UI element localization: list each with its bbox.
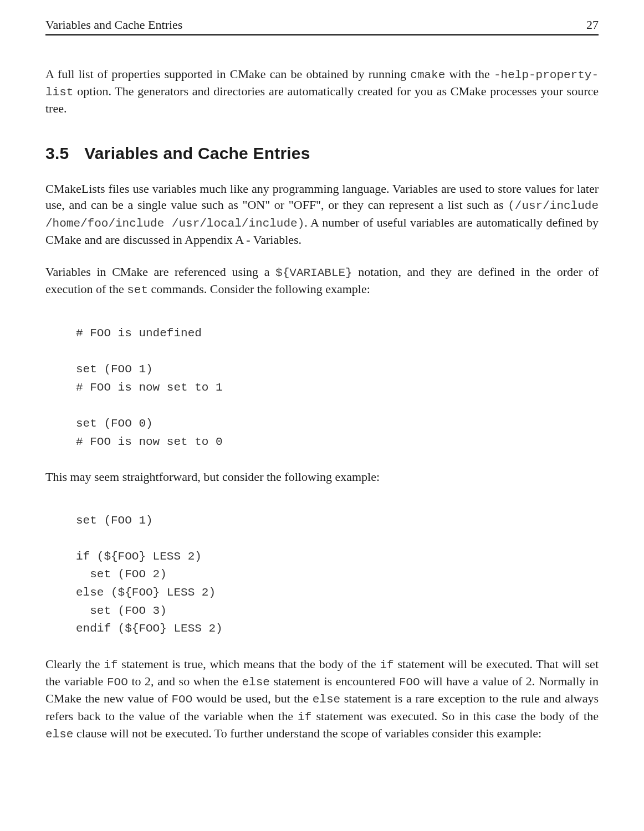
text: A full list of properties supported in C… bbox=[45, 67, 410, 81]
code-inline-foo: FOO bbox=[107, 676, 128, 689]
code-inline-else: else bbox=[45, 728, 73, 741]
text: to 2, and so when the bbox=[128, 674, 242, 688]
code-inline-foo: FOO bbox=[399, 676, 420, 689]
code-block-1: # FOO is undefined set (FOO 1) # FOO is … bbox=[76, 325, 599, 451]
text: clause will not be executed. To further … bbox=[73, 726, 541, 740]
code-inline-if: if bbox=[104, 659, 117, 671]
paragraph-1: CMakeLists files use variables much like… bbox=[45, 181, 599, 248]
text: with the bbox=[445, 67, 494, 81]
section-number: 3.5 bbox=[45, 142, 69, 165]
text: Clearly the bbox=[45, 657, 104, 671]
paragraph-2: Variables in CMake are referenced using … bbox=[45, 264, 599, 299]
section-title: Variables and Cache Entries bbox=[84, 144, 310, 162]
text: Variables in CMake are referenced using … bbox=[45, 265, 275, 279]
spacer bbox=[45, 501, 599, 509]
text: This may seem straightforward, but consi… bbox=[45, 470, 380, 484]
page: Variables and Cache Entries 27 A full li… bbox=[0, 0, 644, 831]
text: option. The generators and directories a… bbox=[45, 84, 599, 115]
code-block-2: set (FOO 1) if (${FOO} LESS 2) set (FOO … bbox=[76, 512, 599, 638]
text: statement is true, which means that the … bbox=[118, 657, 380, 671]
code-inline-else: else bbox=[242, 676, 270, 689]
code-inline-foo: FOO bbox=[171, 693, 192, 706]
code-inline-if: if bbox=[380, 659, 393, 671]
spacer bbox=[45, 314, 599, 321]
text: statement is encountered bbox=[270, 674, 399, 688]
spacer bbox=[45, 454, 599, 469]
page-number: 27 bbox=[586, 17, 599, 34]
running-header-title: Variables and Cache Entries bbox=[45, 17, 182, 34]
code-inline-if: if bbox=[298, 711, 311, 724]
code-inline-else: else bbox=[313, 693, 340, 706]
section-heading: 3.5Variables and Cache Entries bbox=[45, 142, 599, 165]
paragraph-4: Clearly the if statement is true, which … bbox=[45, 656, 599, 743]
code-inline-set: set bbox=[127, 284, 148, 296]
running-header: Variables and Cache Entries 27 bbox=[45, 17, 599, 35]
text: commands. Consider the following example… bbox=[148, 282, 370, 296]
spacer bbox=[45, 642, 599, 656]
intro-paragraph: A full list of properties supported in C… bbox=[45, 66, 599, 117]
code-inline-cmake: cmake bbox=[410, 69, 445, 81]
paragraph-3: This may seem straightforward, but consi… bbox=[45, 469, 599, 485]
text: would be used, but the bbox=[192, 691, 312, 705]
code-inline-variable-ref: ${VARIABLE} bbox=[275, 266, 352, 279]
text: statement was executed. So in this case … bbox=[311, 709, 599, 723]
